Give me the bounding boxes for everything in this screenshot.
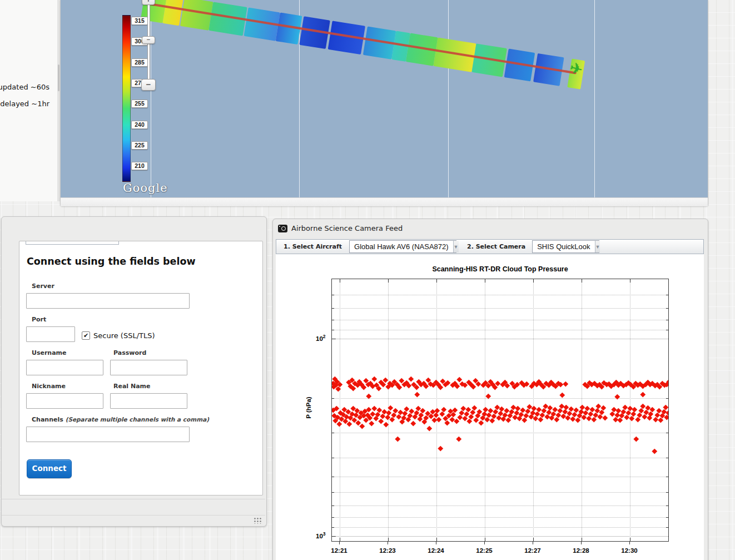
channels-hint: (Separate multiple channels with a comma… xyxy=(66,416,209,423)
scatter-point xyxy=(478,420,483,425)
x-tick-bottom xyxy=(630,538,630,541)
scatter-point xyxy=(624,415,629,420)
scatter-point xyxy=(409,376,414,381)
username-label: Username xyxy=(32,349,67,356)
google-logo: Google xyxy=(123,181,168,195)
secure-label: Secure (SSL/TLS) xyxy=(93,331,155,340)
y-tick xyxy=(332,477,334,477)
realname-field[interactable] xyxy=(110,393,187,409)
colorbar-tick-label: 315 xyxy=(131,17,148,25)
select-aircraft-label: 1. Select Aircraft xyxy=(284,243,342,250)
scatter-point xyxy=(454,419,459,424)
scatter-point xyxy=(533,415,538,420)
scatter-point xyxy=(449,417,454,422)
scatter-point xyxy=(591,417,596,422)
y-minor-gridline xyxy=(332,433,668,433)
y-axis-tick-label: 103 xyxy=(316,531,326,539)
x-tick-outside xyxy=(436,542,436,544)
scatter-point xyxy=(388,405,393,410)
nickname-field[interactable] xyxy=(26,393,103,409)
y-minor-gridline xyxy=(332,517,668,518)
aircraft-dropdown[interactable]: Global Hawk AV6 (NASA872) ▼ xyxy=(349,240,456,253)
secure-checkbox-row: ✔ Secure (SSL/TLS) xyxy=(82,331,155,340)
map-zoom-slider-track[interactable] xyxy=(147,4,150,86)
port-label: Port xyxy=(32,316,46,323)
sidebar-scrollbar-thumb[interactable] xyxy=(58,65,59,91)
connect-button[interactable]: Connect xyxy=(27,459,72,478)
scatter-point xyxy=(360,424,365,429)
scatter-point xyxy=(379,418,384,423)
y-tick xyxy=(666,330,668,330)
map-bottom-scrollbar[interactable] xyxy=(61,197,708,206)
scatter-point xyxy=(485,417,490,422)
x-tick-outside xyxy=(388,542,388,544)
x-tick-top xyxy=(582,279,582,283)
page: ts, updated ~60s s, delayed ~1hr ✈ 31530… xyxy=(0,0,735,560)
x-tick-bottom xyxy=(533,538,534,541)
x-tick-bottom xyxy=(388,538,389,541)
scatter-point xyxy=(522,417,527,422)
connect-heading: Connect using the fields below xyxy=(27,256,196,267)
scatter-point xyxy=(603,415,608,420)
x-tick-outside xyxy=(533,542,533,544)
x-tick-top xyxy=(436,279,437,283)
connect-panel-resize-grip[interactable] xyxy=(254,517,261,524)
server-field[interactable] xyxy=(26,293,190,309)
google-map[interactable]: ✈ 315300285270255240225210 + − − Google xyxy=(61,0,708,197)
scatter-point xyxy=(369,420,374,425)
y-tick xyxy=(666,458,668,458)
scatter-point xyxy=(336,421,341,426)
panel-separator xyxy=(2,515,265,516)
y-minor-gridline xyxy=(332,295,668,295)
colorbar-tick-label: 255 xyxy=(131,100,148,108)
y-tick xyxy=(666,477,668,477)
x-tick-bottom xyxy=(340,538,340,541)
server-label: Server xyxy=(32,283,54,290)
scatter-point xyxy=(570,417,575,422)
sidebar-text-fragment: s, delayed ~1hr xyxy=(0,100,49,108)
map-gridline xyxy=(151,0,151,197)
x-axis-tick-label: 12:21 xyxy=(327,547,351,554)
x-axis-tick-label: 12:27 xyxy=(520,547,545,554)
scatter-point xyxy=(427,426,432,431)
y-tick xyxy=(332,458,334,458)
x-tick-outside xyxy=(484,542,485,544)
scatter-point xyxy=(495,380,500,385)
scatter-point xyxy=(647,415,652,420)
scatter-point xyxy=(618,418,623,423)
left-sidebar: ts, updated ~60s s, delayed ~1hr xyxy=(0,0,57,201)
scatter-point xyxy=(462,383,467,388)
scatter-point xyxy=(505,383,510,388)
port-field[interactable] xyxy=(26,326,75,342)
secure-checkbox[interactable]: ✔ xyxy=(82,331,90,340)
chart-plot-area xyxy=(331,279,669,542)
x-axis-tick-label: 12:28 xyxy=(569,547,593,554)
y-minor-gridline xyxy=(332,330,668,330)
camera-feed-panel: Airborne Science Camera Feed 1. Select A… xyxy=(272,219,708,560)
scatter-point xyxy=(563,381,568,386)
channels-field[interactable] xyxy=(26,427,190,442)
map-zoom-slider-handle[interactable]: − xyxy=(142,36,155,44)
y-tick xyxy=(666,492,668,493)
scatter-point xyxy=(361,384,366,389)
scatter-point xyxy=(587,416,592,421)
x-tick-top xyxy=(630,279,630,283)
panel-separator xyxy=(2,499,265,499)
y-minor-gridline xyxy=(332,506,668,506)
connect-card: Connect using the fields below Server Po… xyxy=(19,241,263,495)
scatter-point xyxy=(653,417,658,422)
password-field[interactable] xyxy=(110,360,187,375)
clipped-input[interactable] xyxy=(26,241,119,245)
scatter-point xyxy=(538,417,543,422)
camera-feed-title: Airborne Science Camera Feed xyxy=(291,224,403,232)
scatter-point xyxy=(440,412,445,417)
x-axis-tick-label: 12:23 xyxy=(375,547,400,554)
colorbar-tick-label: 210 xyxy=(131,162,148,170)
map-zoom-out-button[interactable]: − xyxy=(141,79,156,91)
scatter-point xyxy=(652,449,657,454)
scatter-point xyxy=(658,418,663,423)
scatter-point xyxy=(444,420,449,425)
x-tick-bottom xyxy=(582,538,582,541)
username-field[interactable] xyxy=(26,360,103,375)
camera-dropdown[interactable]: SHIS QuickLook ▼ xyxy=(532,240,599,253)
